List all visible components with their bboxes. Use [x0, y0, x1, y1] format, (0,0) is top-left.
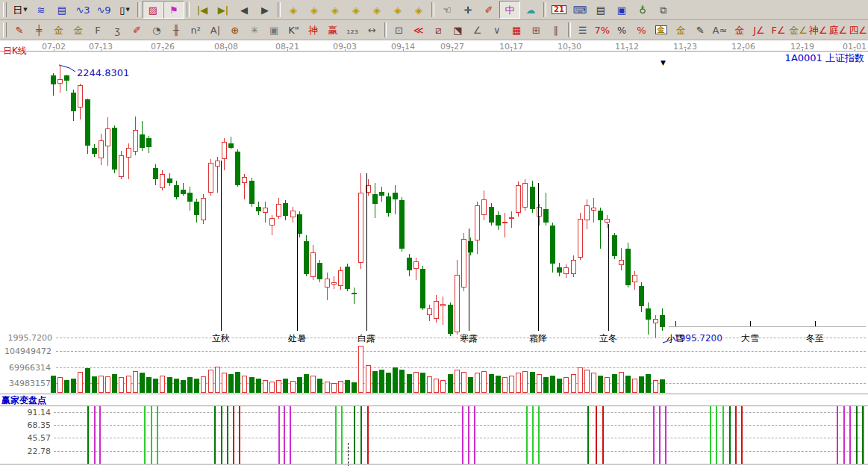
fibo-grid-button[interactable]: F — [88, 21, 107, 39]
price-floor-label: 1995.7200 — [6, 333, 52, 343]
candle-body — [481, 199, 487, 215]
angle-gold-button[interactable]: 金∠ — [788, 21, 808, 39]
pan-hand-button[interactable]: ☜ — [437, 1, 458, 19]
candle-wick — [443, 296, 443, 325]
percent-down-button[interactable]: 7% — [593, 21, 612, 39]
candle-style-button[interactable]: ▯▼ — [114, 1, 135, 19]
angle-j-button[interactable]: J∠ — [749, 21, 769, 39]
draw-pen-button[interactable]: ✎ — [10, 21, 29, 39]
ruler-123-button[interactable]: ₁₂₃ — [343, 21, 362, 39]
period-daily-button[interactable]: 日▼ — [10, 1, 31, 19]
candle-body — [502, 222, 508, 223]
page-right-button[interactable]: ▶ — [255, 1, 275, 19]
calculator-button[interactable]: ⌨ — [569, 1, 590, 19]
expand-left-button[interactable]: ◈ — [366, 1, 387, 19]
pen-one-button[interactable]: ✎ — [690, 21, 710, 39]
page-right-icon: ▶ — [261, 5, 269, 15]
toolbar-separator — [568, 22, 571, 37]
wave-check-button[interactable]: ∨ — [487, 21, 507, 39]
overview-button[interactable]: ≋ — [31, 1, 51, 19]
memo-button[interactable]: ▤ — [590, 1, 611, 19]
star-burst-button[interactable]: ✳ — [245, 21, 264, 39]
gold-circle-button[interactable]: 金 — [652, 21, 671, 39]
save-button[interactable]: ▣ — [611, 1, 632, 19]
signal-axis-label: 45.57 — [4, 433, 51, 443]
gold-grid-b-button[interactable]: 金 — [69, 21, 88, 39]
ying-tool-button[interactable]: 赢 — [323, 21, 343, 39]
candle-body — [133, 130, 138, 152]
last-page-button[interactable]: ▶| — [213, 1, 234, 19]
angle-a-button[interactable]: A| — [205, 21, 225, 39]
gann-wheel-button[interactable]: ⊕ — [225, 21, 245, 39]
gold-grid-a-button[interactable]: 金 — [49, 21, 68, 39]
span-measure-button[interactable]: ↔ — [362, 21, 381, 39]
percent-button[interactable]: % — [612, 21, 631, 39]
angle-shen-button[interactable]: 神∠ — [808, 21, 828, 39]
percent-lines-button[interactable]: % — [631, 21, 651, 39]
ai-analysis-button[interactable]: ☁ — [520, 1, 541, 19]
volume-bar — [653, 380, 658, 393]
n-square-button[interactable]: n² — [186, 21, 205, 39]
angle-f-button[interactable]: F∠ — [769, 21, 788, 39]
grid-diagonal-button[interactable]: ⊞ — [526, 21, 546, 39]
page-left-button[interactable]: ◀ — [234, 1, 255, 19]
circle-360-button[interactable]: ◔ — [147, 21, 166, 39]
angle-si-button[interactable]: 四∠ — [848, 21, 868, 39]
dense-grid-button[interactable]: ╫ — [166, 21, 186, 39]
square-spiral-button[interactable]: ▣ — [264, 21, 284, 39]
volume-bar — [57, 377, 63, 393]
date-tick — [685, 49, 686, 51]
chip-distribution-button[interactable]: ▨ — [143, 1, 163, 19]
candle-body — [310, 252, 316, 277]
volume-bar — [222, 373, 227, 393]
zoom-out-h-button[interactable]: ◈ — [325, 1, 346, 19]
expand-all-button[interactable]: ◈ — [408, 1, 429, 19]
solar-term-label: 小雪 — [658, 332, 693, 345]
position-marker-icon[interactable]: ▼ — [661, 59, 666, 66]
expand-right-button[interactable]: ◈ — [387, 1, 408, 19]
volume-profile-button[interactable]: ⚑ — [163, 1, 184, 19]
volume-bar — [496, 376, 501, 393]
signal-line — [221, 406, 222, 464]
gold-underline-button[interactable]: 金 — [730, 21, 749, 39]
k-note-button[interactable]: K" — [284, 21, 303, 39]
angle-a-icon: A| — [210, 25, 220, 35]
fan-lines-button[interactable]: ≪ — [409, 21, 428, 39]
mark-tool-button[interactable]: 中 — [499, 1, 520, 19]
fan-box-button[interactable]: ⧄ — [428, 21, 448, 39]
fan-dark-button[interactable]: ⬔ — [448, 21, 467, 39]
zoom-left-button[interactable]: ◈ — [283, 1, 304, 19]
shen-tool-button[interactable]: 神 — [304, 21, 323, 39]
export-web-button[interactable]: ♁ — [632, 1, 653, 19]
volume-profile-icon: ⚑ — [169, 5, 178, 15]
chart-min3-button[interactable]: ∿3 — [72, 1, 93, 19]
crosshair-button[interactable]: ✛ — [458, 1, 478, 19]
candle-body — [646, 308, 651, 320]
info-panel-button[interactable]: ▤ — [51, 1, 72, 19]
candle-body — [119, 155, 124, 177]
angle-ting-button[interactable]: 庭∠ — [828, 21, 849, 39]
signal-right-border — [864, 406, 864, 464]
measure-pin-button[interactable]: ✐ — [478, 1, 499, 19]
compare-bars-button[interactable]: ☰ — [573, 21, 593, 39]
first-page-button[interactable]: |◀ — [192, 1, 213, 19]
volume-bar — [153, 379, 158, 393]
parallel-lines-button[interactable]: ∥ — [546, 21, 565, 39]
zoom-in-h-button[interactable]: ◈ — [346, 1, 366, 19]
gold-lines-button[interactable]: 金 — [671, 21, 690, 39]
chart-day9-button[interactable]: ∿9 — [93, 1, 114, 19]
box-tool-button[interactable]: ⊡ — [389, 21, 408, 39]
wave-a-button[interactable]: A≈ — [710, 21, 729, 39]
calendar-button[interactable]: 21 — [549, 1, 569, 19]
signal-line — [99, 406, 101, 464]
angle-shen-icon: 神∠ — [809, 25, 828, 35]
chart-region[interactable]: 日K线 1A0001 上证指数 ▼ 2244.8301 1995.7200 19… — [0, 41, 868, 466]
pen-measure-button[interactable]: ✐ — [127, 21, 146, 39]
red-grid-button[interactable]: ▦ — [507, 21, 526, 39]
print-button[interactable]: ⧉ — [653, 1, 674, 19]
angle-lines-button[interactable]: ∠ — [467, 21, 487, 39]
zoom-right-button[interactable]: ◈ — [304, 1, 325, 19]
volume-bar — [584, 370, 590, 393]
spiral-tool-button[interactable]: ʒ — [107, 21, 127, 39]
line-grid-button[interactable]: ╪ — [29, 21, 49, 39]
